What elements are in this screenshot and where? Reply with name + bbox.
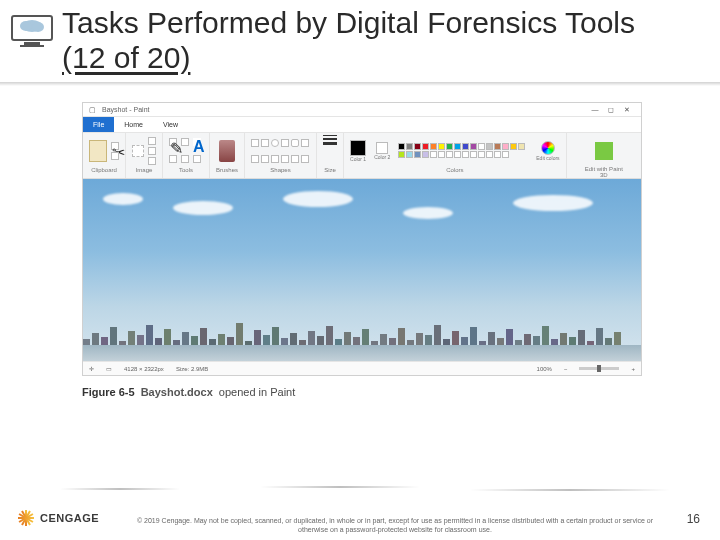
group-clipboard: ✂ Clipboard	[83, 133, 126, 178]
shape-poly[interactable]	[301, 139, 309, 147]
shape-rtri[interactable]	[261, 155, 269, 163]
minimize-button[interactable]: —	[587, 105, 603, 115]
select-icon[interactable]	[132, 145, 144, 157]
close-button[interactable]: ✕	[619, 105, 635, 115]
color2-button[interactable]	[376, 142, 388, 154]
status-bar: ✛ ▭ 4128 × 2322px Size: 2.9MB 100% − +	[83, 361, 641, 375]
brushes-button[interactable]	[219, 140, 235, 162]
color-swatch[interactable]	[494, 143, 501, 150]
size-3[interactable]	[323, 142, 337, 145]
tab-file[interactable]: File	[83, 117, 114, 132]
zoom-in-button[interactable]: +	[631, 366, 635, 372]
rotate-icon[interactable]	[148, 157, 156, 165]
slide: Tasks Performed by Digital Forensics Too…	[0, 0, 720, 540]
ribbon-tabs: File Home View	[83, 117, 641, 133]
shape-curve[interactable]	[261, 139, 269, 147]
color1-button[interactable]	[350, 140, 366, 156]
pencil-icon[interactable]: ✎	[169, 138, 177, 146]
color-swatch[interactable]	[462, 143, 469, 150]
shape-tri[interactable]	[251, 155, 259, 163]
size-1[interactable]	[323, 135, 337, 136]
zoom-slider[interactable]	[579, 367, 619, 370]
color-swatch[interactable]	[478, 143, 485, 150]
shape-pent[interactable]	[281, 155, 289, 163]
tab-view[interactable]: View	[153, 117, 188, 132]
color-swatch[interactable]	[438, 151, 445, 158]
group-brushes: Brushes	[210, 133, 245, 178]
zoom-out-button[interactable]: −	[564, 366, 568, 372]
shape-line[interactable]	[251, 139, 259, 147]
file-size: Size: 2.9MB	[176, 366, 208, 372]
figure-filename: Bayshot.docx	[141, 386, 213, 398]
copy-icon[interactable]	[111, 152, 119, 160]
cut-icon[interactable]: ✂	[111, 142, 119, 150]
picker-icon[interactable]	[181, 155, 189, 163]
figure-caption: Figure 6-5 Bayshot.docx opened in Paint	[82, 386, 642, 398]
window-titlebar: ▢ Bayshot - Paint — ◻ ✕	[83, 103, 641, 117]
maximize-button[interactable]: ◻	[603, 105, 619, 115]
edit-colors-button[interactable]	[541, 141, 555, 155]
shape-dia[interactable]	[271, 155, 279, 163]
app-icon: ▢	[89, 106, 96, 114]
group-shapes-label: Shapes	[270, 167, 290, 176]
starburst-icon	[18, 510, 34, 526]
color-swatch[interactable]	[406, 151, 413, 158]
color-swatch[interactable]	[470, 143, 477, 150]
color-swatch[interactable]	[454, 143, 461, 150]
shape-arrow[interactable]	[301, 155, 309, 163]
color-swatch[interactable]	[502, 143, 509, 150]
color-swatch[interactable]	[486, 143, 493, 150]
crop-icon[interactable]	[148, 137, 156, 145]
fill-icon[interactable]	[181, 138, 189, 146]
svg-point-4	[20, 21, 32, 31]
color1-label: Color 1	[350, 156, 366, 162]
color-swatch[interactable]	[462, 151, 469, 158]
paste-icon[interactable]	[89, 140, 107, 162]
color-swatch[interactable]	[454, 151, 461, 158]
text-icon[interactable]: A	[193, 138, 201, 146]
color-swatch[interactable]	[438, 143, 445, 150]
color-swatch[interactable]	[478, 151, 485, 158]
shape-rect[interactable]	[281, 139, 289, 147]
color-swatch[interactable]	[398, 143, 405, 150]
color-swatch[interactable]	[510, 143, 517, 150]
paint-window: ▢ Bayshot - Paint — ◻ ✕ File Home View ✂	[82, 102, 642, 376]
color-swatch[interactable]	[486, 151, 493, 158]
resize-icon[interactable]	[148, 147, 156, 155]
shape-rrect[interactable]	[291, 139, 299, 147]
color-swatch[interactable]	[430, 151, 437, 158]
group-size-label: Size	[324, 167, 336, 176]
selection-icon: ▭	[106, 365, 112, 372]
group-colors-label: Colors	[446, 167, 463, 176]
page-number: 16	[687, 512, 700, 526]
group-tools-label: Tools	[179, 167, 193, 176]
color-swatch[interactable]	[398, 151, 405, 158]
group-paint3d: Edit with Paint 3D	[567, 133, 641, 178]
group-colors: Color 1 Color 2 Edit colors Colors	[344, 133, 567, 178]
zoom-icon[interactable]	[193, 155, 201, 163]
color-swatch[interactable]	[446, 151, 453, 158]
color-swatch[interactable]	[502, 151, 509, 158]
paint3d-button[interactable]	[595, 142, 613, 160]
shape-hex[interactable]	[291, 155, 299, 163]
canvas-image	[83, 179, 641, 361]
copyright-text: © 2019 Cengage. May not be copied, scann…	[130, 517, 660, 534]
tab-home[interactable]: Home	[114, 117, 153, 132]
color-swatch[interactable]	[414, 143, 421, 150]
color-swatch[interactable]	[494, 151, 501, 158]
shape-oval[interactable]	[271, 139, 279, 147]
color-swatch[interactable]	[422, 151, 429, 158]
group-shapes: Shapes	[245, 133, 317, 178]
color-swatch[interactable]	[470, 151, 477, 158]
color-swatch[interactable]	[518, 143, 525, 150]
eraser-icon[interactable]	[169, 155, 177, 163]
color-swatch[interactable]	[446, 143, 453, 150]
color-swatch[interactable]	[414, 151, 421, 158]
color-swatch[interactable]	[430, 143, 437, 150]
group-clipboard-label: Clipboard	[91, 167, 117, 176]
color-swatch[interactable]	[422, 143, 429, 150]
title-block: Tasks Performed by Digital Forensics Too…	[62, 6, 635, 75]
color-swatches	[398, 143, 528, 158]
size-2[interactable]	[323, 138, 337, 140]
color-swatch[interactable]	[406, 143, 413, 150]
